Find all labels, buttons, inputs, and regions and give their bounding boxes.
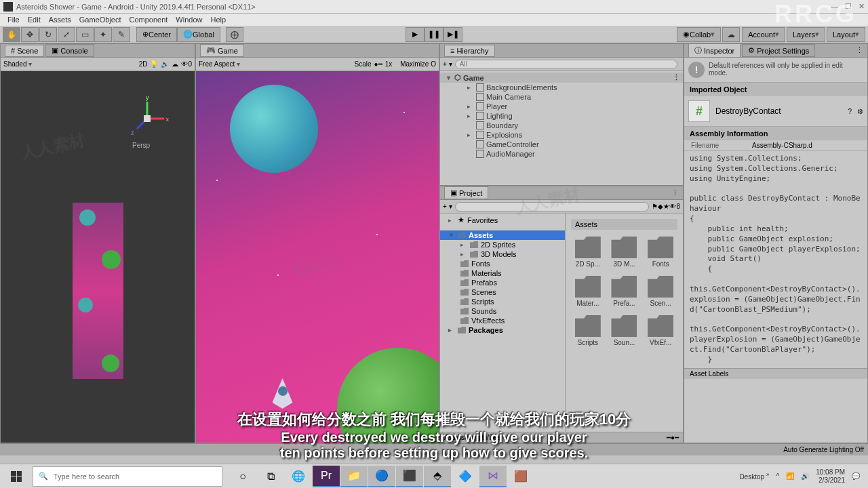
hierarchy-item[interactable]: ▸ BackgroundElements [440,83,683,92]
hierarchy-item[interactable]: ▸ Lighting [440,111,683,121]
tab-inspector[interactable]: ⓘ Inspector [688,43,741,58]
tray-up[interactable]: ^ [776,472,779,480]
grid-folder[interactable]: Mater... [571,273,605,310]
scale-tool[interactable]: ⤢ [58,27,75,42]
project-folder[interactable]: Scenes [440,287,565,297]
grid-size-slider[interactable]: ━●━ [667,434,679,441]
menu-file[interactable]: File [3,16,24,24]
hierarchy-item[interactable]: Boundary [440,121,683,130]
step-button[interactable]: ▶❚ [443,27,462,42]
filter-icon[interactable]: ⚑ [652,203,658,210]
custom-tool[interactable]: ✎ [113,27,130,42]
tab-game[interactable]: 🎮 Game [200,44,244,57]
grid-folder[interactable]: Scen... [644,273,677,310]
gizmo-toggle[interactable]: 👁0 [181,60,192,68]
hierarchy-list[interactable]: ▼⬡ Game⋮ ▸ BackgroundElements Main Camer… [440,71,683,185]
gear-icon[interactable]: ⚙ [857,108,863,115]
hierarchy-item[interactable]: AudioManager [440,149,683,159]
play-button[interactable]: ▶ [406,27,425,42]
game-view[interactable] [196,71,439,443]
scale-slider[interactable]: ●━ [374,60,382,68]
space-toggle[interactable]: 🌐Global [177,27,220,42]
maximize-button[interactable]: ☐ [845,2,852,11]
tab-scene[interactable]: # Scene [5,45,44,57]
collab-dropdown[interactable]: ◉ Collab [677,27,721,42]
project-favorites[interactable]: ▸★ Favorites [440,215,565,225]
tab-project[interactable]: ▣ Project [444,186,488,199]
task-vs[interactable]: ⋈ [479,466,507,487]
hierarchy-item[interactable]: GameController [440,140,683,149]
task-explorer[interactable]: 📁 [340,466,368,487]
menu-component[interactable]: Component [125,16,172,24]
help-icon[interactable]: ? [848,108,852,115]
task-app[interactable]: ⬛ [396,466,423,487]
transform-tool[interactable]: ✦ [94,27,112,42]
task-cortana[interactable]: ○ [229,466,256,487]
taskbar-clock[interactable]: 10:08 PM 2/3/2021 [816,468,845,485]
menu-window[interactable]: Window [172,16,206,24]
grid-folder[interactable]: VfxEf... [644,312,677,349]
grid-folder[interactable]: 2D Sp... [571,234,605,270]
close-button[interactable]: ✕ [859,2,865,11]
project-packages[interactable]: ▸ Packages [440,325,565,335]
task-premiere[interactable]: Pr [313,466,340,487]
hierarchy-item[interactable]: Main Camera [440,92,683,102]
menu-help[interactable]: Help [206,16,230,24]
grid-folder[interactable]: 3D M... [608,234,642,270]
account-dropdown[interactable]: Account [742,27,785,42]
scene-view[interactable]: x y z Persp [1,71,195,443]
task-taskview[interactable]: ⧉ [257,466,284,487]
snap-button[interactable]: ⨁ [226,27,243,42]
lighting-toggle[interactable]: 💡 [150,60,158,68]
cloud-button[interactable]: ☁ [722,27,740,42]
task-edge[interactable]: 🌐 [285,466,312,487]
project-tree[interactable]: ▸★ Favorites ▼ Assets ▸ 2D Sprites ▸ 3D … [440,214,566,432]
project-grid[interactable]: Assets 2D Sp... 3D M... Fonts Mater... P… [566,214,683,432]
grid-folder[interactable]: Scripts [571,312,605,349]
taskbar-search[interactable]: 🔍 Type here to search [33,466,222,487]
project-folder[interactable]: Prefabs [440,278,565,287]
desktop-toolbar[interactable]: Desktop » [739,471,769,481]
project-folder[interactable]: Materials [440,268,565,278]
rect-tool[interactable]: ▭ [76,27,94,42]
fx-toggle[interactable]: ☁ [172,60,178,68]
tab-project-settings[interactable]: ⚙ Project Settings [742,44,815,57]
audio-toggle[interactable]: 🔊 [161,60,169,68]
aspect-dropdown[interactable]: Free Aspect [199,60,240,68]
hierarchy-item[interactable]: ▸ Player [440,102,683,111]
create-dropdown[interactable]: + ▾ [443,60,452,68]
asset-labels[interactable]: Asset Labels [684,368,867,379]
start-button[interactable] [3,466,30,487]
task-app2[interactable]: 🔷 [452,466,479,487]
grid-folder[interactable]: Fonts [644,234,677,270]
tray-network[interactable]: 📶 [786,472,794,480]
tab-hierarchy[interactable]: ≡ Hierarchy [444,45,495,57]
menu-edit[interactable]: Edit [24,16,45,24]
filter-icon2[interactable]: ◆ [658,203,663,210]
project-folder[interactable]: ▸ 2D Sprites [440,240,565,249]
hierarchy-item[interactable]: ▸ Explosions [440,130,683,140]
task-unity[interactable]: ⬘ [424,466,451,487]
project-create[interactable]: + ▾ [443,203,452,210]
rotate-tool[interactable]: ↻ [39,27,57,42]
pause-button[interactable]: ❚❚ [425,27,443,42]
project-search[interactable] [455,202,650,211]
maximize-toggle[interactable]: Maximize O [400,60,436,68]
notifications-button[interactable]: 💬 [852,472,860,480]
layers-dropdown[interactable]: Layers [787,27,825,42]
minimize-button[interactable]: — [831,2,838,11]
grid-folder[interactable]: Soun... [608,312,642,349]
orientation-gizmo[interactable]: x y z Persp [127,98,167,139]
task-chrome[interactable]: 🔵 [368,466,395,487]
menu-assets[interactable]: Assets [45,16,75,24]
project-folder[interactable]: Fonts [440,259,565,268]
project-folder[interactable]: Sounds [440,306,565,316]
menu-gameobject[interactable]: GameObject [75,16,125,24]
save-icon[interactable]: ★ [663,203,669,210]
project-folder[interactable]: VfxEffects [440,316,565,325]
hand-tool[interactable]: ✋ [3,27,20,42]
layout-dropdown[interactable]: Layout [827,27,865,42]
project-assets-root[interactable]: ▼ Assets [440,230,565,240]
tray-volume[interactable]: 🔊 [801,472,809,480]
project-folder[interactable]: Scripts [440,297,565,306]
